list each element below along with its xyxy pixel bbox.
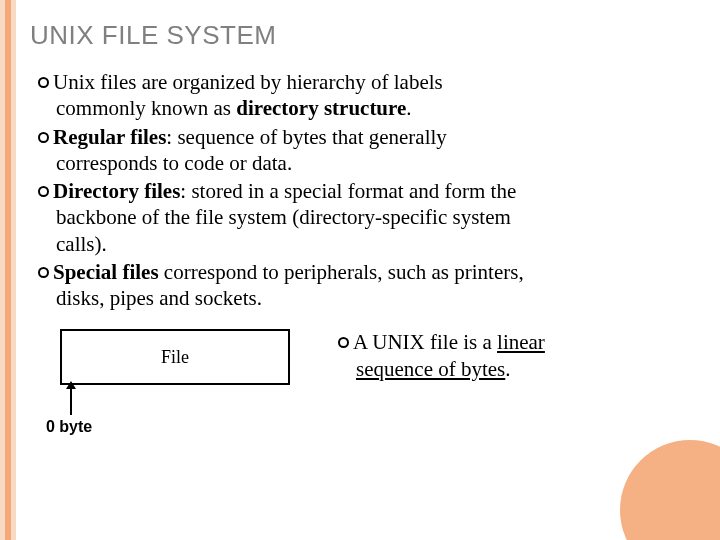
text: commonly known as [56, 96, 236, 120]
text: calls). [38, 231, 700, 257]
bullet-2: Regular files: sequence of bytes that ge… [38, 124, 700, 177]
underline-text: linear [497, 330, 545, 354]
text: . [505, 357, 510, 381]
text: Unix files are organized by hierarchy of… [53, 70, 443, 94]
bottom-row: File 0 byte A UNIX file is a linear sequ… [38, 329, 700, 385]
bold-text: Special [53, 260, 117, 284]
decorative-circle [620, 440, 720, 540]
text: : stored in a special format and form th… [180, 179, 516, 203]
file-box: File [60, 329, 290, 385]
underline-text: sequence of bytes [356, 357, 505, 381]
text: : sequence of bytes that generally [166, 125, 446, 149]
text: . [406, 96, 411, 120]
bold-text: Directory [53, 179, 139, 203]
text: disks, pipes and sockets. [38, 285, 700, 311]
zero-byte-label: 0 byte [46, 417, 92, 437]
text: corresponds to code or data. [38, 150, 700, 176]
text: correspond to peripherals, such as print… [159, 260, 524, 284]
bullet-icon [38, 186, 49, 197]
bold-text: Regular [53, 125, 125, 149]
bold-text: files [117, 260, 158, 284]
file-diagram: File 0 byte [38, 329, 298, 385]
left-stripes [0, 0, 16, 540]
bullet-5: A UNIX file is a linear sequence of byte… [338, 329, 698, 382]
bullet-icon [38, 132, 49, 143]
slide-title: UNIX FILE SYSTEM [30, 20, 700, 51]
bullet-icon [38, 267, 49, 278]
bold-text: files [125, 125, 166, 149]
bullet-icon [338, 337, 349, 348]
text: backbone of the file system (directory-s… [38, 204, 700, 230]
bullet-1: Unix files are organized by hierarchy of… [38, 69, 700, 122]
slide-content: UNIX FILE SYSTEM Unix files are organize… [30, 20, 700, 385]
bullet-3: Directory files: stored in a special for… [38, 178, 700, 257]
body-text: Unix files are organized by hierarchy of… [30, 69, 700, 385]
bullet-icon [38, 77, 49, 88]
bullet-4: Special files correspond to peripherals,… [38, 259, 700, 312]
text: A UNIX file is a [353, 330, 497, 354]
bold-text: directory structure [236, 96, 406, 120]
bold-text: files [139, 179, 180, 203]
arrow-icon [70, 387, 72, 415]
